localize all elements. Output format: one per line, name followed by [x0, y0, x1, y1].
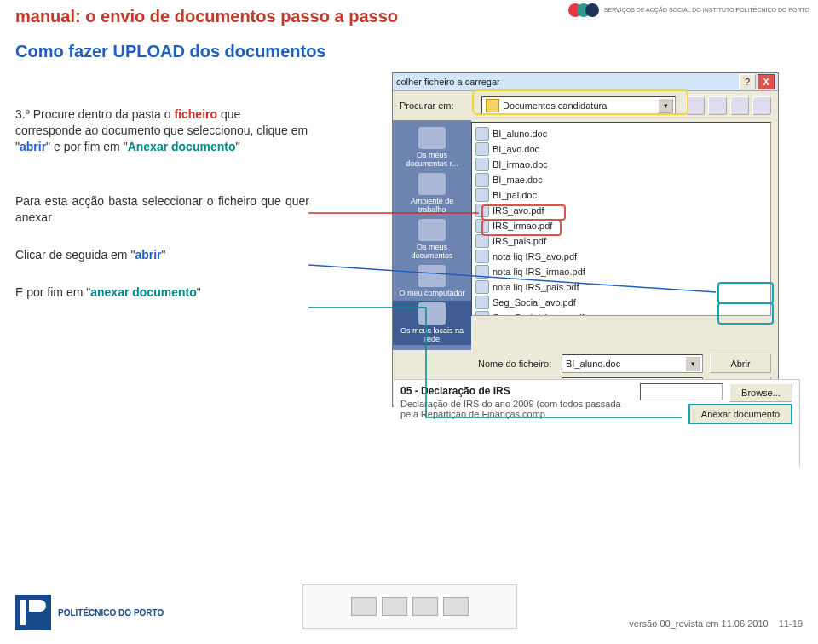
- close-button[interactable]: X: [758, 74, 775, 89]
- close-icon: X: [763, 78, 769, 87]
- file-item: BI_aluno.doc: [475, 126, 767, 141]
- doc-icon: [475, 158, 489, 171]
- ipp-logo: POLITÉCNICO DO PORTO: [15, 595, 164, 630]
- file-item: nota liq IRS_irmao.pdf: [475, 264, 767, 279]
- poph-badge-icon: [412, 597, 438, 616]
- dialog-title: colher ficheiro a carregar: [396, 77, 500, 87]
- places-sidebar: Os meus documentos r... Ambiente de trab…: [393, 120, 471, 350]
- qren-badge-icon: [443, 597, 469, 616]
- note-click-attach: E por fim em "anexar documento": [15, 285, 309, 301]
- network-icon: [418, 302, 446, 325]
- chevron-down-icon: ▾: [685, 356, 700, 371]
- note-select-file: Para esta acção basta seleccionar o fich…: [15, 193, 309, 226]
- pdf-icon: [475, 265, 489, 279]
- sas-logo: SERVIÇOS DE ACÇÃO SOCIAL DO INSTITUTO PO…: [568, 3, 809, 17]
- file-item: BI_irmao.doc: [475, 157, 767, 172]
- ipp-logo-text: POLITÉCNICO DO PORTO: [58, 608, 164, 618]
- footer-version: versão 00_revista em 11.06.2010 11-19: [629, 618, 803, 629]
- pdf-icon: [475, 296, 489, 309]
- browse-button[interactable]: Browse...: [729, 383, 792, 402]
- filename-label: Nome do ficheiro:: [478, 359, 555, 369]
- note-click-open: Clicar de seguida em "abrir": [15, 247, 309, 263]
- sidebar-desktop[interactable]: Ambiente de trabalho: [393, 171, 471, 216]
- pt-badge-icon: [382, 597, 407, 616]
- file-item: BI_mae.doc: [475, 172, 767, 187]
- open-button[interactable]: Abrir: [710, 354, 771, 373]
- eu-badge-icon: [351, 597, 377, 616]
- desktop-icon: [418, 173, 446, 195]
- highlight-irs-pais: [481, 220, 562, 236]
- file-item: BI_pai.doc: [475, 187, 767, 203]
- mydocs-icon: [418, 219, 446, 241]
- ipp-logo-icon: [15, 595, 51, 630]
- attach-doc-button[interactable]: Anexar documento: [688, 404, 792, 424]
- highlight-irs-irmao: [481, 204, 566, 221]
- sidebar-network[interactable]: Os meus locais na rede: [393, 301, 471, 345]
- help-button[interactable]: ?: [739, 74, 756, 89]
- highlight-lookup: [472, 89, 688, 115]
- pdf-icon: [475, 311, 489, 316]
- file-item: BI_avo.doc: [475, 141, 767, 157]
- doc-icon: [475, 188, 489, 202]
- sidebar-mydocs[interactable]: Os meus documentos: [393, 217, 471, 262]
- doc-icon: [475, 173, 489, 187]
- page-subtitle: Como fazer UPLOAD dos documentos: [0, 26, 818, 61]
- step-3-text: 3.º Procure dentro da pasta o ficheiro q…: [15, 106, 309, 155]
- doc-icon: [475, 127, 489, 141]
- lookup-label: Procurar em:: [400, 101, 476, 111]
- filename-input[interactable]: BI_aluno.doc▾: [562, 354, 703, 373]
- sidebar-recent[interactable]: Os meus documentos r...: [393, 125, 471, 170]
- sidebar-computer[interactable]: O meu computador: [395, 263, 468, 299]
- up-icon[interactable]: [708, 96, 727, 115]
- computer-icon: [418, 265, 446, 287]
- attach-panel: 05 - Declaração de IRS Declaração de IRS…: [394, 379, 800, 467]
- back-icon[interactable]: [686, 96, 705, 115]
- file-item: nota liq IRS_avo.pdf: [475, 249, 767, 264]
- doc-icon: [475, 142, 489, 156]
- highlight-cancel-button: [717, 302, 774, 325]
- views-icon[interactable]: [752, 96, 771, 115]
- pdf-icon: [475, 234, 489, 248]
- highlight-open-button: [717, 282, 774, 304]
- attach-desc: Declaração de IRS do ano 2009 (com todos…: [400, 399, 622, 419]
- recent-icon: [418, 127, 446, 149]
- new-folder-icon[interactable]: [730, 96, 749, 115]
- pdf-icon: [475, 250, 489, 263]
- file-open-dialog: colher ficheiro a carregar ? X Procurar …: [392, 72, 779, 407]
- pdf-icon: [475, 280, 489, 294]
- attach-file-input[interactable]: [640, 383, 723, 400]
- dialog-titlebar: colher ficheiro a carregar ? X: [393, 73, 778, 91]
- sas-logo-text: SERVIÇOS DE ACÇÃO SOCIAL DO INSTITUTO PO…: [604, 7, 809, 14]
- footer-badges: [302, 584, 517, 629]
